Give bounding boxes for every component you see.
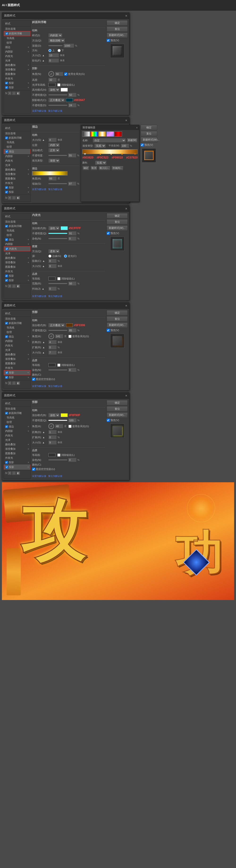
d4-contour-thumb[interactable] [48,363,55,367]
d4-fx-copy[interactable]: ◧ [16,381,20,385]
d4-fx-del[interactable]: - [12,381,16,385]
d2-reset-btn[interactable]: 复位 [141,131,157,136]
d4-distance-input[interactable] [48,340,57,344]
d2-reset-default[interactable]: 设置为默认值 [32,188,46,191]
d5-pattern-overlay-item[interactable]: 图案叠加 [4,451,30,456]
d3-stroke-item[interactable]: 描边 + [4,237,30,242]
d4-angle-wheel[interactable] [48,334,54,339]
fx-copy-btn[interactable]: ◧ [16,91,20,95]
shadow-opacity-slider[interactable] [48,105,67,106]
d2-bevel-check[interactable] [5,136,8,139]
stop5[interactable] [134,153,136,155]
drop-shadow1-add[interactable]: + [28,82,29,84]
d3-range-input[interactable] [68,281,76,286]
d3-contour-item[interactable]: 等高线 [4,228,30,233]
d5-ok-btn[interactable]: 确定 [107,400,128,405]
d3-bevel-check[interactable] [5,225,8,227]
d2-fx-del[interactable]: - [12,196,16,200]
d5-fx-add[interactable]: + [8,471,11,475]
stroke-add-btn[interactable]: + [28,46,29,49]
size-input[interactable] [48,53,59,58]
d3-size-input[interactable] [48,264,57,268]
d2-fx-copy[interactable]: ◧ [16,196,20,200]
d4-color-swatch[interactable] [66,323,73,327]
highlight-opacity-input[interactable] [68,93,76,97]
dialog2-close-btn[interactable]: × [125,119,127,122]
style-item-drop-shadow1[interactable]: 投影 + [4,81,30,85]
d4-smooth-label[interactable]: 消除锯齿(L) [57,363,75,367]
d5-noise-input[interactable] [68,458,76,462]
angle-wheel[interactable] [48,71,54,77]
drop-shadow1-checkbox[interactable] [5,82,8,84]
direction-up-label[interactable]: 上 [48,49,55,52]
d4-layer-knock-label[interactable]: 图层挖空投影(U) [32,377,55,381]
style-item-contour[interactable]: 等高线 [4,36,30,40]
direction-down-radio[interactable] [58,49,61,52]
d2-angle-input[interactable] [48,176,57,181]
d5-outer-glow-item[interactable]: 外发光 [4,456,30,460]
d4-inner-shadow-item[interactable]: 内阴影 + [4,339,30,343]
contour-thumbnail[interactable] [48,83,55,87]
highlight-color-swatch[interactable] [61,88,68,92]
d5-blend-select[interactable]: 滤色 [48,413,60,417]
highlight-opacity-slider[interactable] [48,94,67,95]
style-item-blend[interactable]: 混合选项 [4,27,30,31]
d4-global-light-label[interactable]: 使用全局光(G) [69,335,89,338]
d5-preview-checkbox[interactable] [107,419,110,422]
d3-bevel-item[interactable]: 斜面和浮雕 [4,224,30,228]
d2-blend-select[interactable]: 正常 [48,148,60,152]
d4-drop-shadow2-item[interactable]: 投影 + [4,375,30,380]
shadow-color-swatch[interactable] [66,98,73,102]
d4-bevel-item[interactable]: 斜面和浮雕 [4,321,30,326]
style-item-satin[interactable]: 光泽 [4,58,30,63]
dialog5-close-btn[interactable]: × [125,394,127,398]
d3-edge-radio[interactable] [48,254,51,258]
main-gradient-bar[interactable] [82,149,138,154]
style-item-color-overlay[interactable]: 颜色叠加 + [4,63,30,67]
d3-inner-shadow-item[interactable]: 内阴影 + [4,242,30,246]
d5-smooth-check[interactable] [57,454,60,457]
global-light-label[interactable]: 使用全局光(G) [64,72,85,76]
grad-smooth-input[interactable] [121,144,129,148]
d2-pattern-overlay-item[interactable]: 图案叠加 [4,176,30,181]
d5-distance-input[interactable] [48,430,57,434]
d4-pattern-overlay-item[interactable]: 图案叠加 [4,361,30,366]
d3-new-style-btn[interactable]: 新建样式(W)... [107,225,128,231]
stop4[interactable] [121,153,123,155]
d4-spread-input[interactable] [48,345,57,349]
d5-inner-glow-item[interactable]: 内发光 [4,433,30,438]
d5-texture-item[interactable]: 纹理 [4,420,30,424]
d5-contour-item[interactable]: 等高线 [4,415,30,420]
direction-down-label[interactable]: 下 [58,49,64,52]
d4-layer-knock-check[interactable] [32,378,35,381]
d3-outer-glow-item[interactable]: 外发光 [4,269,30,274]
grad-load-btn[interactable]: 载入(L)... [98,166,110,170]
d4-stroke-item[interactable]: 描边 + [4,334,30,339]
style-item-inner-glow[interactable]: 内发光 [4,54,30,58]
d5-reset-position[interactable]: 复位为默认值 [48,474,62,478]
d5-global-light-label[interactable]: 使用全局光(G) [69,425,89,428]
d4-noise-slider[interactable] [48,370,67,370]
d3-center-radio[interactable] [64,254,67,258]
shadow-opacity-input[interactable] [68,103,76,107]
d4-size-input[interactable] [48,350,57,354]
d5-drop-shadow2-check[interactable] [5,466,8,468]
d3-choke-input[interactable] [48,259,57,263]
d2-drop-shadow2-item[interactable]: 投影 + [4,190,30,194]
d3-noise-slider[interactable] [48,238,67,239]
dialog1-close-btn[interactable]: × [125,14,127,18]
soften-input[interactable] [48,58,59,63]
d2-preview-checkbox[interactable] [141,144,144,147]
d5-angle-wheel[interactable] [48,424,54,429]
d3-edge-label[interactable]: 边缘(G) [48,254,61,258]
drop-shadow2-add[interactable]: + [28,86,29,89]
d3-smooth-check[interactable] [57,277,60,280]
d3-blend-select[interactable]: 滤色 [48,226,60,230]
grad-cancel-btn[interactable]: 取消 [90,166,98,170]
d4-preview-checkbox[interactable] [107,329,110,332]
d4-color-overlay-item[interactable]: 颜色叠加 + [4,352,30,357]
d5-fx-copy[interactable]: ◧ [16,471,20,475]
d5-drop-shadow1-check[interactable] [5,461,8,464]
highlight-mode-select[interactable]: 滤色 [48,88,60,92]
d2-inner-glow-item[interactable]: 内发光 [4,158,30,163]
